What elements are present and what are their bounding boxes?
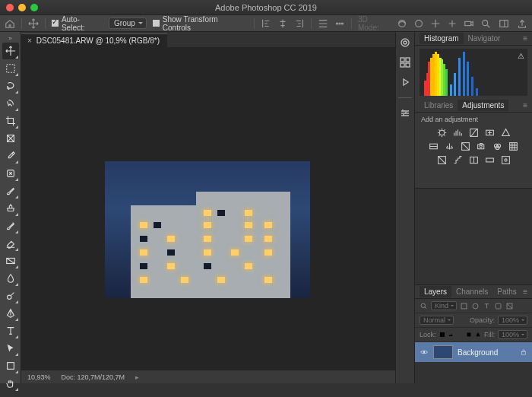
type-tool[interactable] (2, 322, 19, 339)
gradient-map-icon[interactable] (485, 155, 495, 167)
pen-tool[interactable] (2, 305, 19, 322)
svg-rect-48 (467, 333, 471, 337)
eyedropper-tool[interactable] (2, 148, 19, 164)
threshold-icon[interactable] (469, 155, 479, 167)
crop-tool[interactable] (2, 113, 19, 129)
hue-saturation-icon[interactable] (429, 141, 439, 153)
tab-navigator[interactable]: Navigator (464, 33, 505, 44)
close-tab-icon[interactable]: × (27, 37, 32, 45)
properties-panel-icon[interactable] (399, 107, 411, 119)
expand-tools-icon[interactable]: » (0, 35, 21, 42)
align-left-icon[interactable] (261, 18, 271, 29)
exposure-icon[interactable] (485, 128, 495, 139)
zoom-tool[interactable] (2, 392, 19, 397)
lock-artboard-icon[interactable] (466, 332, 472, 338)
panel-menu-icon[interactable]: ≡ (523, 287, 527, 296)
tab-libraries[interactable]: Libraries (420, 100, 458, 111)
black-white-icon[interactable] (461, 141, 470, 153)
brightness-contrast-icon[interactable] (437, 128, 447, 139)
levels-icon[interactable] (453, 128, 463, 139)
tab-channels[interactable]: Channels (451, 286, 492, 297)
layer-row-background[interactable]: Background (415, 342, 532, 362)
opacity-input[interactable]: 100% (498, 316, 527, 325)
color-lookup-icon[interactable] (508, 141, 518, 153)
learn-panel-icon[interactable] (399, 76, 411, 88)
lock-transparent-icon[interactable] (439, 332, 445, 338)
close-window-button[interactable] (6, 4, 14, 11)
filter-adjustment-icon[interactable] (471, 302, 480, 310)
frame-tool[interactable] (2, 130, 19, 147)
lasso-tool[interactable] (2, 78, 19, 94)
posterize-icon[interactable] (453, 155, 463, 167)
move-tool[interactable] (2, 43, 19, 59)
search-button[interactable] (480, 18, 491, 29)
invert-icon[interactable] (437, 155, 447, 167)
share-button[interactable] (517, 18, 527, 29)
panel-menu-icon[interactable]: ≡ (523, 101, 527, 110)
shape-tool[interactable] (2, 357, 19, 374)
layer-name: Background (458, 348, 498, 357)
quick-select-tool[interactable] (2, 95, 19, 112)
clone-stamp-tool[interactable] (2, 200, 19, 217)
show-transform-checkbox[interactable]: Show Transform Controls (153, 15, 248, 32)
color-balance-icon[interactable] (445, 141, 454, 153)
document-tab[interactable]: × DSC05481.ARW @ 10,9% (RGB/8*) (21, 33, 167, 47)
zoom-window-button[interactable] (30, 4, 38, 11)
auto-select-target-dropdown[interactable]: Group (109, 17, 147, 29)
lock-image-icon[interactable] (448, 332, 454, 338)
curves-icon[interactable] (469, 128, 479, 139)
minimize-window-button[interactable] (18, 4, 26, 11)
fill-input[interactable]: 100% (498, 330, 527, 339)
panel-menu-icon[interactable]: ≡ (523, 34, 527, 43)
filter-smart-icon[interactable] (505, 302, 514, 310)
channel-mixer-icon[interactable] (492, 141, 502, 153)
tab-histogram[interactable]: Histogram (420, 33, 464, 44)
blur-tool[interactable] (2, 270, 19, 287)
color-panel-icon[interactable] (399, 37, 411, 49)
canvas[interactable] (21, 47, 395, 370)
healing-brush-tool[interactable] (2, 165, 19, 182)
visibility-eye-icon[interactable] (420, 348, 429, 357)
lock-all-icon[interactable] (475, 332, 481, 338)
lock-position-icon[interactable] (457, 332, 463, 338)
tab-layers[interactable]: Layers (420, 286, 451, 297)
distribute-icon[interactable] (318, 18, 328, 29)
brush-tool[interactable] (2, 183, 19, 199)
tab-paths[interactable]: Paths (492, 286, 521, 297)
path-select-tool[interactable] (2, 340, 19, 357)
history-brush-tool[interactable] (2, 218, 19, 234)
tab-adjustments[interactable]: Adjustments (458, 100, 508, 111)
selective-color-icon[interactable] (501, 155, 511, 167)
marquee-tool[interactable] (2, 60, 19, 77)
add-adjustment-label: Add an adjustment (415, 113, 532, 126)
more-options-icon[interactable] (334, 18, 345, 29)
3d-mode-label: 3D Mode: (358, 15, 391, 32)
filter-type-icon[interactable] (483, 302, 491, 310)
align-center-icon[interactable] (277, 18, 288, 29)
lock-row: Lock: Fill: 100% (415, 328, 532, 342)
eraser-tool[interactable] (2, 235, 19, 252)
home-button[interactable] (5, 18, 15, 29)
filter-pixel-icon[interactable] (460, 302, 468, 310)
svg-point-25 (439, 130, 445, 135)
gradient-tool[interactable] (2, 252, 19, 269)
layer-filter-dropdown[interactable]: Kind (431, 301, 457, 310)
swatches-panel-icon[interactable] (399, 56, 411, 68)
status-chevron-icon[interactable]: ▸ (135, 373, 139, 381)
auto-select-checkbox[interactable]: Auto-Select: (52, 15, 103, 32)
vibrance-icon[interactable] (501, 128, 511, 139)
title-bar: Adobe Photoshop CC 2019 (0, 0, 532, 15)
align-right-icon[interactable] (294, 18, 305, 29)
filter-shape-icon[interactable] (494, 302, 502, 310)
histogram-warning-icon[interactable]: ⚠ (518, 52, 524, 60)
checkbox-icon (52, 20, 59, 27)
blend-mode-dropdown[interactable]: Normal (420, 316, 454, 325)
zoom-level[interactable]: 10,93% (27, 373, 51, 381)
hand-tool[interactable] (2, 375, 19, 392)
doc-size[interactable]: Doc: 120,7M/120,7M (62, 373, 125, 381)
workspace-button[interactable] (499, 18, 509, 29)
svg-rect-40 (502, 156, 509, 164)
3d-camera-icon (464, 18, 474, 29)
dodge-tool[interactable] (2, 287, 19, 304)
photo-filter-icon[interactable] (477, 141, 486, 153)
